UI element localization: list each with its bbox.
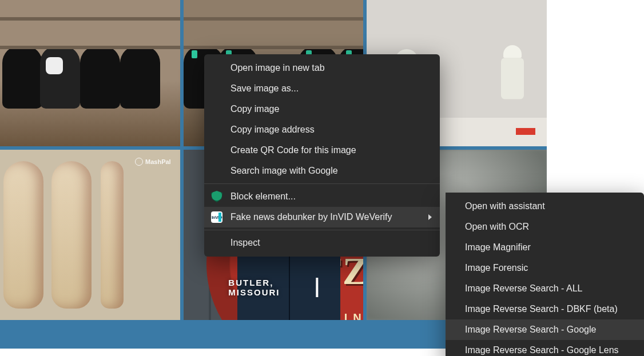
- ctx-invid-submenu[interactable]: InVID Fake news debunker by InVID WeVeri…: [204, 207, 440, 227]
- submenu-item-image-reverse-search-dbkf-beta[interactable]: Image Reverse Search - DBKF (beta): [446, 299, 644, 319]
- ctx-copy-image[interactable]: Copy image: [204, 99, 440, 119]
- watermark-icon: [135, 158, 143, 166]
- ctx-open-new-tab[interactable]: Open image in new tab: [204, 58, 440, 78]
- ctx-separator: [204, 230, 440, 230]
- invid-icon: InVID: [211, 211, 222, 223]
- thumbnail-cattle-pen-1[interactable]: [0, 0, 180, 146]
- lower-third-location: BUTLER, MISSOURI: [228, 278, 318, 297]
- submenu-item-image-reverse-search-all[interactable]: Image Reverse Search - ALL: [446, 278, 644, 299]
- context-submenu-invid: Open with assistantOpen with OCRImage Ma…: [446, 193, 644, 356]
- ctx-separator: [204, 183, 440, 184]
- ctx-save-image-as[interactable]: Save image as...: [204, 78, 440, 99]
- ctx-create-qr[interactable]: Create QR Code for this image: [204, 140, 440, 161]
- submenu-item-image-reverse-search-google[interactable]: Image Reverse Search - Google: [446, 319, 644, 340]
- ctx-inspect[interactable]: Inspect: [204, 233, 440, 253]
- submenu-item-open-with-assistant[interactable]: Open with assistant: [446, 196, 644, 217]
- watermark: MashPal: [135, 158, 171, 166]
- submenu-item-image-forensic[interactable]: Image Forensic: [446, 258, 644, 278]
- ctx-search-google[interactable]: Search image with Google: [204, 161, 440, 181]
- shield-icon: [211, 191, 222, 202]
- submenu-item-image-reverse-search-google-lens[interactable]: Image Reverse Search - Google Lens: [446, 340, 644, 356]
- thumbnail-carcasses[interactable]: MashPal: [0, 150, 180, 320]
- context-menu: Open image in new tab Save image as... C…: [204, 54, 440, 257]
- ctx-copy-image-address[interactable]: Copy image address: [204, 119, 440, 140]
- submenu-item-image-magnifier[interactable]: Image Magnifier: [446, 237, 644, 258]
- submenu-item-open-with-ocr[interactable]: Open with OCR: [446, 217, 644, 237]
- ctx-block-element[interactable]: Block element...: [204, 186, 440, 207]
- watermark-text: MashPal: [145, 158, 171, 165]
